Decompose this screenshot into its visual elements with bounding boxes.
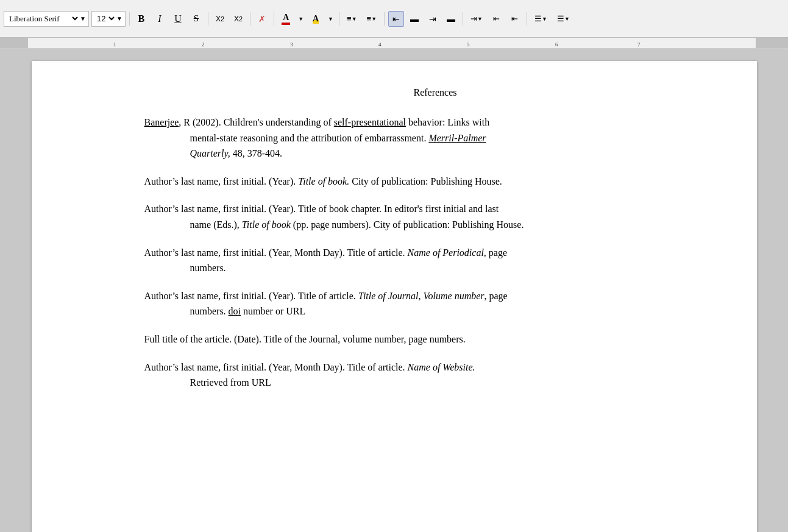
ruler-mark-7: 7 <box>637 41 641 48</box>
font-color-dropdown[interactable]: ▼ <box>296 11 305 27</box>
separator-4 <box>274 12 274 26</box>
ref-3-line-1: Author’s last name, first initial. (Year… <box>190 201 726 217</box>
separator-2 <box>208 12 208 26</box>
font-name-selector[interactable]: Liberation Serif Arial Times New Roman ▼ <box>4 11 89 27</box>
ref-3-line-2: name (Eds.), Title of book (pp. page num… <box>190 217 726 233</box>
bold-button[interactable]: B <box>133 11 149 27</box>
reference-entry-2: Author’s last name, first initial. (Year… <box>144 174 726 190</box>
formatting-toolbar: Liberation Serif Arial Times New Roman ▼… <box>0 0 788 38</box>
reference-entry-4: Author’s last name, first initial. (Year… <box>144 245 726 276</box>
separator-6 <box>384 12 385 26</box>
font-size-dropdown-arrow: ▼ <box>116 15 122 22</box>
align-right-button[interactable]: ⇥ <box>425 11 441 27</box>
ref-7-line-2: Retrieved from URL <box>190 375 726 391</box>
numbered-list-button[interactable]: ☰▼ <box>553 11 573 27</box>
italic-button[interactable]: I <box>152 11 168 27</box>
increase-indent-button[interactable]: ⇥▼ <box>467 11 486 27</box>
align-center-button[interactable]: ▬ <box>406 11 422 27</box>
align-left-button[interactable]: ⇤ <box>388 11 404 27</box>
line-spacing-button[interactable]: ≡▼ <box>343 11 361 27</box>
reference-entry-5: Author’s last name, first initial. (Year… <box>144 288 726 319</box>
document-title: References <box>144 85 726 100</box>
font-color-button[interactable]: A <box>278 11 294 27</box>
align-justify-button[interactable]: ▬ <box>443 11 459 27</box>
highlight-button[interactable]: A <box>308 11 324 27</box>
subscript-button[interactable]: X2 <box>230 11 246 27</box>
ref-5-doi: doi <box>229 306 241 316</box>
separator-5 <box>339 12 339 26</box>
ref-6-text: Full title of the article. (Date). Title… <box>144 332 726 347</box>
separator-3 <box>250 12 250 26</box>
ruler-mark-6: 6 <box>555 41 558 48</box>
separator-7 <box>463 12 463 26</box>
strikethrough-button[interactable]: S <box>188 11 204 27</box>
ruler-mark-2: 2 <box>202 41 205 48</box>
ruler-ticks: 1 2 3 4 5 6 7 <box>28 38 756 48</box>
ref-1-term: self-presentational <box>334 117 406 127</box>
separator-1 <box>129 12 130 26</box>
document-area: References Banerjee, R (2002). Children'… <box>0 49 788 532</box>
ruler-mark-3: 3 <box>290 41 293 48</box>
ref-1-author: Banerjee <box>144 117 179 127</box>
ref-1-line-3: Quarterly, 48, 378-404. <box>190 146 726 161</box>
ruler-left-margin <box>0 38 28 48</box>
ref-5-line-1: Author’s last name, first initial. (Year… <box>190 288 726 304</box>
reference-entry-7: Author’s last name, first initial. (Year… <box>144 360 726 391</box>
para-spacing-button[interactable]: ≡▼ <box>363 11 381 27</box>
ruler-mark-4: 4 <box>378 41 382 48</box>
bullet-list-button[interactable]: ☰▼ <box>531 11 551 27</box>
ruler-right-margin <box>756 38 788 48</box>
ref-1-line-1: Banerjee, R (2002). Children's understan… <box>190 115 726 130</box>
font-name-dropdown[interactable]: Liberation Serif Arial Times New Roman <box>7 13 80 24</box>
reference-entry-1: Banerjee, R (2002). Children's understan… <box>144 115 726 161</box>
highlight-label: A <box>313 14 319 24</box>
ref-1-journal: Merril-Palmer <box>428 133 486 143</box>
superscript-button[interactable]: X2 <box>212 11 228 27</box>
reference-entry-6: Full title of the article. (Date). Title… <box>144 332 726 347</box>
underline-button[interactable]: U <box>170 11 186 27</box>
font-size-dropdown[interactable]: 891011 121416 <box>94 13 116 24</box>
ref-4-line-1: Author’s last name, first initial. (Year… <box>190 245 726 261</box>
font-color-label: A <box>283 13 289 23</box>
font-size-selector[interactable]: 891011 121416 ▼ <box>91 11 126 27</box>
separator-8 <box>527 12 527 26</box>
indent-controls-button[interactable]: ⇤ <box>489 11 505 27</box>
font-color-indicator <box>282 23 290 25</box>
ruler-mark-1: 1 <box>113 41 116 48</box>
ref-4-line-2: numbers. <box>190 260 726 276</box>
clear-formatting-button[interactable]: ✗ <box>254 11 270 27</box>
font-name-dropdown-arrow: ▼ <box>80 15 86 22</box>
reference-entry-3: Author’s last name, first initial. (Year… <box>144 201 726 232</box>
horizontal-ruler: 1 2 3 4 5 6 7 <box>0 38 788 49</box>
highlight-dropdown[interactable]: ▼ <box>326 11 335 27</box>
document-page[interactable]: References Banerjee, R (2002). Children'… <box>32 61 757 532</box>
ref-5-line-2: numbers. doi number or URL <box>190 303 726 319</box>
ruler-mark-5: 5 <box>467 41 470 48</box>
ref-7-line-1: Author’s last name, first initial. (Year… <box>190 360 726 375</box>
ref-1-line-2: mental-state reasoning and the attributi… <box>190 130 726 146</box>
ref-2-text: Author’s last name, first initial. (Year… <box>190 174 726 190</box>
outdent-button[interactable]: ⇤ <box>507 11 523 27</box>
